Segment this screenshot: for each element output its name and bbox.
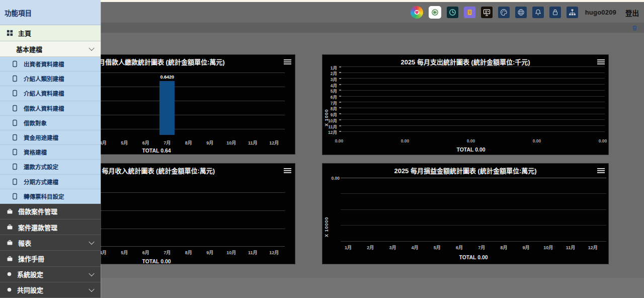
x-axis-label: 1月 bbox=[345, 244, 352, 251]
axis-tick bbox=[339, 102, 341, 103]
sidebar-item-10[interactable]: 還款方式設定 bbox=[0, 160, 101, 174]
bank-logo-icon[interactable] bbox=[429, 6, 441, 19]
clock-icon[interactable] bbox=[447, 7, 458, 18]
chart-total-label: TOTAL 0.64 bbox=[142, 147, 171, 154]
axis-tick bbox=[339, 78, 341, 79]
bar-value-label: 0.6420 bbox=[160, 74, 174, 80]
tablet-icon bbox=[12, 105, 18, 112]
x-axis-tick-label: 0.00 bbox=[335, 138, 344, 143]
scroll-icon[interactable] bbox=[464, 7, 475, 18]
palette-icon[interactable] bbox=[498, 7, 510, 18]
sidebar-item-6[interactable]: 借款人資料建檔 bbox=[0, 101, 101, 116]
chart-gridline bbox=[339, 78, 605, 79]
globe-icon[interactable] bbox=[515, 7, 527, 18]
x-axis-label: 4月 bbox=[412, 244, 419, 251]
axis-tick bbox=[339, 125, 341, 126]
sidebar-item-11[interactable]: 分期方式建檔 bbox=[0, 175, 101, 189]
sidebar-item-9[interactable]: 資格建檔 bbox=[0, 145, 101, 160]
sidebar-item-label: 轉傳票科目設定 bbox=[24, 192, 64, 200]
chart-menu-icon[interactable] bbox=[284, 167, 291, 174]
x-axis-label: 7月 bbox=[164, 139, 171, 146]
chart-menu-icon[interactable] bbox=[597, 167, 605, 174]
chevron-down-icon bbox=[89, 45, 94, 51]
axis-multiplier-label: X 1000 bbox=[324, 84, 329, 126]
briefcase-icon bbox=[6, 208, 14, 215]
sidebar-item-1[interactable]: 主頁 bbox=[0, 25, 101, 41]
x-axis-label: 10月 bbox=[226, 249, 236, 256]
axis-tick bbox=[339, 66, 341, 67]
x-axis-label: 12月 bbox=[269, 249, 279, 256]
sidebar-item-12[interactable]: 轉傳票科目設定 bbox=[0, 189, 101, 204]
x-axis-label: 10月 bbox=[543, 244, 553, 251]
tablet-icon bbox=[12, 134, 18, 141]
chart-gridline bbox=[339, 96, 605, 97]
chart-menu-icon[interactable] bbox=[284, 58, 291, 65]
x-axis-tick-label: 0.00 bbox=[533, 138, 541, 143]
chart-gridline bbox=[339, 125, 605, 126]
x-axis-tick-label: 0.00 bbox=[467, 138, 475, 143]
tablet-icon bbox=[12, 163, 18, 170]
sidebar-item-2[interactable]: 基本建檔 bbox=[0, 41, 101, 57]
sidebar-item-17[interactable]: 系統設定 bbox=[0, 267, 101, 282]
sidebar-item-label: 分期方式建檔 bbox=[24, 178, 58, 186]
x-axis-label: 8月 bbox=[185, 249, 192, 256]
y-axis-label: 12月 bbox=[324, 129, 337, 135]
chart-gridline bbox=[339, 102, 605, 102]
sidebar-item-18[interactable]: 共同設定 bbox=[0, 282, 101, 298]
grid-icon bbox=[6, 29, 14, 37]
sidebar-item-label: 操作手冊 bbox=[18, 254, 44, 263]
sidebar-item-label: 資金用途建檔 bbox=[24, 133, 58, 141]
sidebar-item-3[interactable]: 出資者資料建檔 bbox=[0, 57, 101, 71]
sidebar-item-label: 主頁 bbox=[18, 28, 31, 38]
sidebar-item-8[interactable]: 資金用途建檔 bbox=[0, 130, 101, 145]
briefcase-icon bbox=[6, 224, 14, 231]
sidebar-item-label: 系統設定 bbox=[17, 269, 43, 279]
axis-tick bbox=[339, 90, 341, 91]
lock-icon[interactable] bbox=[549, 7, 561, 18]
tablet-icon bbox=[12, 178, 18, 185]
bell-icon[interactable] bbox=[532, 7, 544, 18]
sidebar-item-15[interactable]: 報表 bbox=[0, 235, 101, 251]
logout-button[interactable]: 登出 bbox=[625, 8, 639, 18]
zero-value-line bbox=[341, 178, 606, 178]
presentation-icon[interactable] bbox=[481, 7, 493, 18]
chart-gridline bbox=[339, 131, 605, 132]
axis-tick bbox=[339, 72, 341, 73]
axis-tick bbox=[339, 113, 341, 114]
chart-total-label: TOTAL 0.00 bbox=[456, 146, 485, 153]
x-axis-tick-label: 0.00 bbox=[599, 138, 607, 143]
x-axis-label: 6月 bbox=[142, 139, 149, 146]
chart-gridline bbox=[341, 225, 606, 226]
x-axis-label: 9月 bbox=[206, 249, 213, 256]
sidebar-item-5[interactable]: 介紹人資料建檔 bbox=[0, 86, 101, 101]
sidebar-item-16[interactable]: 操作手冊 bbox=[0, 251, 101, 266]
chart-gridline bbox=[341, 209, 606, 210]
x-axis-label: 12月 bbox=[269, 139, 279, 146]
toolbar-trash-icon[interactable] bbox=[631, 25, 638, 31]
sidebar-title: 功能項目 bbox=[5, 8, 32, 18]
chart-menu-icon[interactable] bbox=[597, 58, 605, 65]
sidebar-item-7[interactable]: 借款對象 bbox=[0, 116, 101, 130]
sidebar-item-label: 借款案件管理 bbox=[18, 206, 57, 216]
circle-icon bbox=[6, 271, 13, 277]
y-axis-label: 1月 bbox=[324, 64, 337, 70]
x-axis-label: 10月 bbox=[226, 139, 236, 146]
sidebar-item-13[interactable]: 借款案件管理 bbox=[0, 204, 101, 219]
colorful-logo-icon[interactable] bbox=[411, 6, 423, 19]
chart-gridline bbox=[339, 90, 605, 91]
briefcase-icon bbox=[6, 255, 14, 262]
sidebar-item-label: 報表 bbox=[18, 238, 31, 248]
sidebar-item-4[interactable]: 介紹人類別建檔 bbox=[0, 71, 101, 86]
sidebar-item-14[interactable]: 案件還款管理 bbox=[0, 219, 101, 235]
axis-tick bbox=[339, 131, 341, 132]
x-axis-label: 5月 bbox=[434, 244, 441, 251]
sitemap-icon[interactable] bbox=[567, 7, 578, 18]
x-axis-label: 5月 bbox=[121, 249, 128, 256]
axis-tick bbox=[339, 96, 341, 97]
username[interactable]: hugo0209 bbox=[585, 9, 616, 16]
x-axis-label: 6月 bbox=[456, 244, 463, 251]
chevron-down-icon bbox=[89, 286, 94, 292]
chart-total-label: TOTAL 0.00 bbox=[142, 258, 171, 264]
x-axis-label: 6月 bbox=[142, 249, 149, 256]
x-axis-label: 8月 bbox=[185, 139, 192, 146]
